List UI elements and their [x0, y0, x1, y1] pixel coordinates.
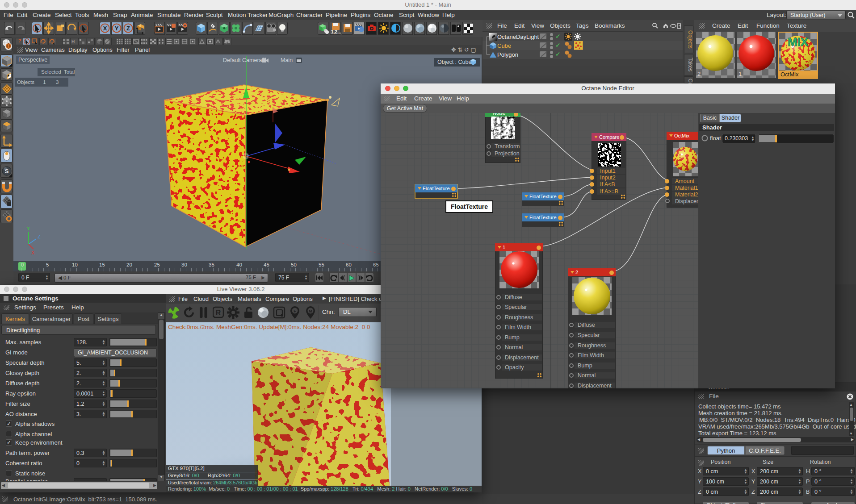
svg-text:M: M	[309, 309, 312, 313]
svg-text:R: R	[216, 309, 221, 317]
svg-text:X: X	[103, 25, 107, 32]
svg-text:1,2...: 1,2...	[331, 29, 341, 34]
svg-text:Z: Z	[126, 25, 130, 32]
svg-text:Y: Y	[27, 226, 30, 231]
svg-text:F: F	[294, 309, 296, 313]
svg-text:H: H	[71, 39, 75, 44]
svg-text:S: S	[5, 168, 9, 175]
svg-text:MIX: MIX	[788, 35, 809, 49]
svg-text:X: X	[31, 250, 35, 255]
svg-text:Y: Y	[115, 25, 119, 32]
svg-text:Z: Z	[38, 234, 41, 239]
